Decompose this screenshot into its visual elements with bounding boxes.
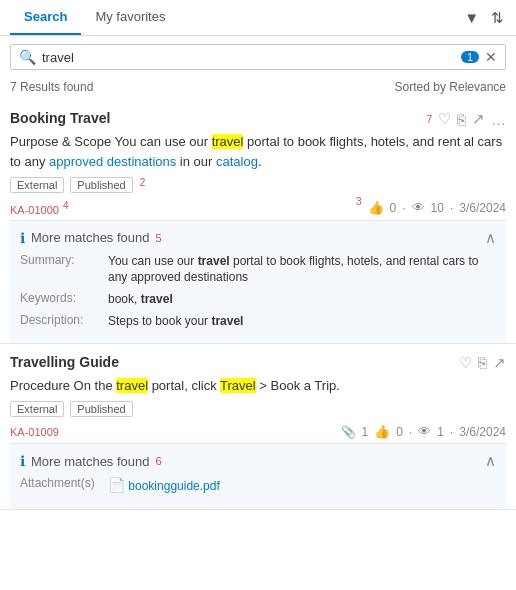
- meta-right: 3 👍 0 · 👁 10 · 3/6/2024: [355, 200, 506, 215]
- result-date-2: 3/6/2024: [459, 425, 506, 439]
- highlight-travel: travel: [212, 134, 244, 149]
- tabs-left: Search My favorites: [10, 0, 179, 35]
- more-matches-section: ℹ More matches found 5 ∧ Summary: You ca…: [10, 220, 506, 343]
- matches-count-badge: 5: [156, 232, 162, 244]
- meta-row: KA-01000 4 3 👍 0 · 👁 10 · 3/6/2024: [10, 197, 506, 220]
- search-magnifier-icon: 🔍: [19, 49, 36, 65]
- match-row-attachment: Attachment(s) 📄 bookingguide.pdf: [20, 476, 496, 496]
- thumbs-up-icon: 👍: [368, 200, 384, 215]
- favorite-icon-2[interactable]: ♡: [459, 354, 472, 372]
- match-value-attachment: 📄 bookingguide.pdf: [108, 476, 220, 496]
- more-matches-toggle[interactable]: ℹ More matches found 5 ∧: [20, 229, 496, 253]
- info-icon: ℹ: [20, 230, 25, 246]
- favorite-icon[interactable]: ♡: [438, 110, 451, 128]
- vote-up-count-2: 0: [396, 425, 403, 439]
- result-actions: 7 ♡ ⎘ ↗ …: [425, 110, 506, 128]
- meta-right-superscript: 3: [356, 196, 362, 207]
- sort-icon[interactable]: ⇅: [489, 7, 506, 29]
- tab-search[interactable]: Search: [10, 0, 81, 35]
- match-label-summary: Summary:: [20, 253, 100, 287]
- approved-destinations-link[interactable]: approved destinations: [49, 154, 176, 169]
- tag-published-2: Published: [70, 401, 132, 417]
- result-title[interactable]: Booking Travel: [10, 110, 110, 126]
- sort-label: Sorted by Relevance: [395, 80, 506, 94]
- tags-row: External Published 2: [10, 177, 506, 193]
- match-row-keywords: Keywords: book, travel: [20, 291, 496, 308]
- more-matches-toggle-2[interactable]: ℹ More matches found 6 ∧: [20, 452, 496, 476]
- thumbs-up-icon-2: 👍: [374, 424, 390, 439]
- pdf-icon: 📄: [108, 477, 125, 493]
- more-matches-label-2: More matches found: [31, 454, 150, 469]
- status-bar: 7 Results found Sorted by Relevance: [0, 78, 516, 100]
- match-row-description: Description: Steps to book your travel: [20, 313, 496, 330]
- more-icon[interactable]: …: [491, 111, 506, 128]
- attachment-count: 1: [362, 425, 369, 439]
- meta-right-2: 📎 1 👍 0 · 👁 1 · 3/6/2024: [341, 424, 506, 439]
- tag-published: Published: [70, 177, 132, 193]
- result-date: 3/6/2024: [459, 201, 506, 215]
- dot-separator-4: ·: [450, 425, 453, 439]
- match-label-description: Description:: [20, 313, 100, 330]
- matches-count-badge-2: 6: [156, 455, 162, 467]
- link-icon[interactable]: ⎘: [457, 111, 466, 128]
- result-card: Booking Travel 7 ♡ ⎘ ↗ … Purpose & Scope…: [0, 100, 516, 344]
- match-details-2: Attachment(s) 📄 bookingguide.pdf: [20, 476, 496, 509]
- result-header-2: Travelling Guide ♡ ⎘ ↗: [10, 354, 506, 372]
- search-input[interactable]: [42, 50, 455, 65]
- dot-separator2: ·: [450, 201, 453, 215]
- action-superscript: 7: [426, 114, 432, 125]
- meta-row-2: KA-01009 📎 1 👍 0 · 👁 1 · 3/6/2024: [10, 421, 506, 443]
- match-details: Summary: You can use our travel portal t…: [20, 253, 496, 343]
- more-matches-section-2: ℹ More matches found 6 ∧ Attachment(s) 📄…: [10, 443, 506, 509]
- catalog-link[interactable]: catalog: [216, 154, 258, 169]
- tag-external-2: External: [10, 401, 64, 417]
- pdf-link[interactable]: bookingguide.pdf: [128, 479, 219, 493]
- collapse-icon-2[interactable]: ∧: [485, 452, 496, 470]
- match-label-keywords: Keywords:: [20, 291, 100, 308]
- vote-down-count-2: 1: [437, 425, 444, 439]
- vote-down-count: 10: [431, 201, 444, 215]
- search-bar: 🔍 1 ✕: [10, 44, 506, 70]
- tabs-bar: Search My favorites ▼ ⇅: [0, 0, 516, 36]
- meta-id-2: KA-01009: [10, 426, 59, 438]
- result-title-2[interactable]: Travelling Guide: [10, 354, 119, 370]
- tags-row-2: External Published: [10, 401, 506, 417]
- highlight-travel-2: travel: [116, 378, 148, 393]
- result-body: Purpose & Scope You can use our travel p…: [10, 132, 506, 171]
- highlight-Travel-2: Travel: [220, 378, 256, 393]
- more-matches-title-2: ℹ More matches found 6: [20, 453, 162, 469]
- filter-icon[interactable]: ▼: [462, 7, 481, 28]
- link-icon-2[interactable]: ⎘: [478, 354, 487, 371]
- results-count: 7 Results found: [10, 80, 93, 94]
- result-header: Booking Travel 7 ♡ ⎘ ↗ …: [10, 110, 506, 128]
- match-label-attachment: Attachment(s): [20, 476, 100, 496]
- match-value-keywords: book, travel: [108, 291, 173, 308]
- vote-up-count: 0: [390, 201, 397, 215]
- match-row: Summary: You can use our travel portal t…: [20, 253, 496, 287]
- more-matches-title: ℹ More matches found 5: [20, 230, 162, 246]
- tabs-actions: ▼ ⇅: [462, 7, 506, 29]
- match-value-description: Steps to book your travel: [108, 313, 243, 330]
- tab-favorites[interactable]: My favorites: [81, 0, 179, 35]
- clear-search-button[interactable]: ✕: [485, 49, 497, 65]
- search-count-badge: 1: [461, 51, 479, 63]
- result-body-2: Procedure On the travel portal, click Tr…: [10, 376, 506, 396]
- meta-id: KA-01000 4: [10, 200, 69, 216]
- dot-separator-3: ·: [409, 425, 412, 439]
- result-card-2: Travelling Guide ♡ ⎘ ↗ Procedure On the …: [0, 344, 516, 510]
- dot-separator: ·: [402, 201, 405, 215]
- export-icon[interactable]: ↗: [472, 110, 485, 128]
- tag-external: External: [10, 177, 64, 193]
- info-icon-2: ℹ: [20, 453, 25, 469]
- attachment-icon: 📎: [341, 425, 356, 439]
- result-actions-2: ♡ ⎘ ↗: [459, 354, 506, 372]
- tags-superscript: 2: [140, 177, 146, 193]
- meta-id-superscript: 4: [63, 200, 69, 211]
- match-value-summary: You can use our travel portal to book fl…: [108, 253, 496, 287]
- thumbs-down-icon: 👁: [412, 200, 425, 215]
- thumbs-down-icon-2: 👁: [418, 424, 431, 439]
- more-matches-label: More matches found: [31, 230, 150, 245]
- collapse-icon[interactable]: ∧: [485, 229, 496, 247]
- export-icon-2[interactable]: ↗: [493, 354, 506, 372]
